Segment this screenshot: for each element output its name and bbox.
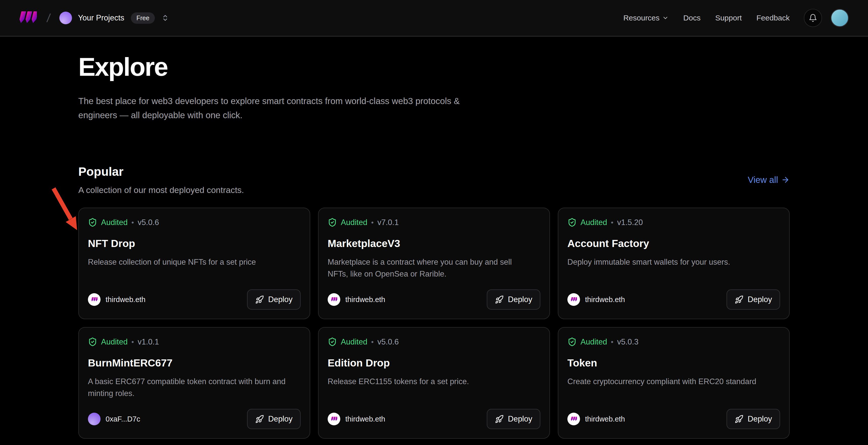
version-label: v5.0.3: [617, 338, 639, 347]
popular-title: Popular: [78, 165, 244, 179]
arrow-right-icon: [781, 176, 790, 184]
shield-check-icon: [567, 337, 577, 347]
publisher-link[interactable]: thirdweb.eth: [567, 413, 625, 425]
publisher-name: thirdweb.eth: [585, 415, 625, 423]
page-subtitle: The best place for web3 developers to ex…: [78, 94, 465, 122]
deploy-button[interactable]: Deploy: [487, 409, 540, 429]
explore-page: Explore The best place for web3 develope…: [78, 37, 790, 439]
navbar-left: / Your Projects Free: [18, 11, 169, 25]
contract-title: MarketplaceV3: [328, 237, 540, 250]
audited-badge: Audited: [581, 338, 607, 347]
page-title: Explore: [78, 52, 790, 82]
publisher-link[interactable]: thirdweb.eth: [88, 293, 146, 306]
card-footer: 0xaF...D7c Deploy: [88, 409, 301, 429]
dot-separator: •: [611, 338, 613, 346]
version-label: v1.5.20: [617, 218, 643, 227]
deploy-button[interactable]: Deploy: [726, 409, 780, 429]
contract-description: Marketplace is a contract where you can …: [328, 256, 532, 280]
shield-check-icon: [567, 218, 577, 227]
shield-check-icon: [88, 218, 97, 227]
deploy-label: Deploy: [508, 414, 532, 423]
audited-badge: Audited: [101, 218, 128, 227]
rocket-icon: [255, 295, 264, 304]
deploy-label: Deploy: [748, 414, 772, 423]
contract-description: Create cryptocurrency compliant with ERC…: [567, 376, 772, 387]
rocket-icon: [735, 415, 743, 423]
contract-card-marketplacev3[interactable]: Audited • v7.0.1 MarketplaceV3 Marketpla…: [318, 208, 550, 319]
deploy-label: Deploy: [268, 295, 293, 304]
shield-check-icon: [88, 337, 97, 347]
thirdweb-publisher-avatar: [567, 293, 580, 306]
chevron-down-icon: [662, 14, 669, 21]
rocket-icon: [495, 295, 504, 304]
rocket-icon: [495, 415, 504, 423]
publisher-name: thirdweb.eth: [585, 295, 625, 304]
deploy-button[interactable]: Deploy: [487, 289, 540, 310]
thirdweb-publisher-avatar: [88, 293, 100, 306]
publisher-name: thirdweb.eth: [105, 295, 146, 304]
nav-link-resources[interactable]: Resources: [623, 13, 669, 22]
deploy-label: Deploy: [268, 414, 293, 423]
audited-badge: Audited: [341, 338, 367, 347]
user-avatar[interactable]: [831, 9, 849, 27]
audited-badge: Audited: [101, 338, 128, 347]
contract-description: Release ERC1155 tokens for a set price.: [328, 376, 532, 387]
publisher-link[interactable]: 0xaF...D7c: [88, 413, 140, 425]
card-footer: thirdweb.eth Deploy: [567, 409, 780, 429]
nav-link-docs[interactable]: Docs: [683, 13, 701, 22]
project-switcher-chevrons-icon[interactable]: [161, 14, 169, 22]
dot-separator: •: [131, 338, 134, 346]
rocket-icon: [735, 295, 743, 304]
publisher-name: thirdweb.eth: [345, 415, 385, 423]
card-badge-row: Audited • v5.0.3: [567, 337, 780, 347]
project-avatar[interactable]: [59, 11, 72, 24]
card-badge-row: Audited • v1.0.1: [88, 337, 301, 347]
publisher-link[interactable]: thirdweb.eth: [328, 413, 385, 425]
nav-link-support[interactable]: Support: [715, 13, 742, 22]
contract-title: BurnMintERC677: [88, 357, 301, 369]
contract-card-burnminterc677[interactable]: Audited • v1.0.1 BurnMintERC677 A basic …: [78, 327, 310, 439]
card-footer: thirdweb.eth Deploy: [328, 409, 540, 429]
card-footer: thirdweb.eth Deploy: [88, 289, 301, 310]
project-name[interactable]: Your Projects: [78, 13, 124, 23]
navbar-right: Resources Docs Support Feedback: [609, 9, 849, 27]
contract-title: NFT Drop: [88, 237, 301, 250]
card-badge-row: Audited • v7.0.1: [328, 218, 540, 227]
thirdweb-publisher-avatar: [567, 413, 580, 425]
card-footer: thirdweb.eth Deploy: [567, 289, 780, 310]
deploy-button[interactable]: Deploy: [726, 289, 780, 310]
popular-header-text: Popular A collection of our most deploye…: [78, 165, 244, 195]
contract-card-account-factory[interactable]: Audited • v1.5.20 Account Factory Deploy…: [558, 208, 790, 319]
wallet-publisher-avatar: [88, 413, 100, 425]
plan-badge: Free: [131, 12, 155, 24]
rocket-icon: [255, 415, 264, 423]
card-badge-row: Audited • v5.0.6: [88, 218, 301, 227]
dot-separator: •: [371, 219, 374, 226]
view-all-label: View all: [748, 175, 778, 185]
publisher-name: 0xaF...D7c: [105, 415, 140, 423]
deploy-button[interactable]: Deploy: [247, 409, 301, 429]
nav-link-resources-label: Resources: [623, 13, 659, 22]
thirdweb-publisher-avatar: [328, 413, 340, 425]
nav-link-feedback[interactable]: Feedback: [756, 13, 790, 22]
view-all-link[interactable]: View all: [748, 175, 790, 185]
shield-check-icon: [328, 218, 337, 227]
publisher-link[interactable]: thirdweb.eth: [567, 293, 625, 306]
deploy-label: Deploy: [748, 295, 772, 304]
dot-separator: •: [131, 219, 134, 226]
popular-subtitle: A collection of our most deployed contra…: [78, 185, 244, 195]
version-label: v5.0.6: [377, 338, 399, 347]
publisher-link[interactable]: thirdweb.eth: [328, 293, 385, 306]
contract-card-token[interactable]: Audited • v5.0.3 Token Create cryptocurr…: [558, 327, 790, 439]
breadcrumb-separator: /: [46, 11, 51, 25]
contract-card-nft-drop[interactable]: Audited • v5.0.6 NFT Drop Release collec…: [78, 208, 310, 319]
deploy-button[interactable]: Deploy: [247, 289, 301, 310]
notifications-button[interactable]: [804, 9, 822, 27]
version-label: v1.0.1: [138, 338, 159, 347]
card-badge-row: Audited • v5.0.6: [328, 337, 540, 347]
thirdweb-logo-icon[interactable]: [18, 11, 37, 25]
dot-separator: •: [611, 219, 613, 226]
contract-title: Token: [567, 357, 780, 369]
contract-card-edition-drop[interactable]: Audited • v5.0.6 Edition Drop Release ER…: [318, 327, 550, 439]
dot-separator: •: [371, 338, 374, 346]
